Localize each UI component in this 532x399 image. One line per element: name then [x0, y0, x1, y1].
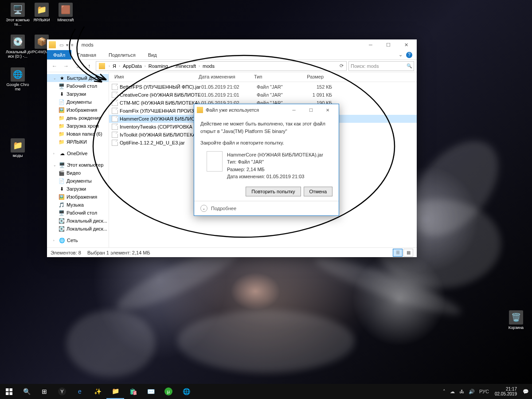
desktop-icon[interactable]: 🖥️Этот компьюте...	[5, 3, 30, 27]
tab-view[interactable]: Вид	[142, 50, 163, 59]
explorer-taskbar-icon[interactable]: 📁	[106, 384, 124, 399]
qat-newfolder-icon[interactable]: ▾	[66, 43, 68, 47]
refresh-icon[interactable]: ⟳	[340, 63, 344, 69]
folder-icon	[49, 41, 56, 48]
nav-item[interactable]: 🎬Видео	[47, 169, 109, 177]
nav-pane: ⌄★Быстрый доступ 🖥️Рабочий стол⬇Загрузки…	[47, 72, 109, 247]
nav-up-button[interactable]: ↑	[84, 61, 94, 71]
file-icon	[207, 151, 223, 172]
nav-item[interactable]: 🖥️Рабочий стол	[47, 209, 109, 217]
utorrent-icon[interactable]: µ	[160, 384, 177, 399]
close-button[interactable]: ✕	[397, 39, 415, 50]
tab-home[interactable]: Главная	[71, 50, 102, 59]
nav-forward-button: →	[61, 61, 71, 71]
desktop-icon[interactable]: 🗑️Корзина	[504, 310, 528, 330]
nav-item[interactable]: 💽Локальный диск...	[47, 217, 109, 225]
column-headers[interactable]: Имя Дата изменения Тип Размер	[109, 72, 417, 82]
qat-dropdown-icon[interactable]: ≡	[71, 43, 74, 47]
more-details-toggle[interactable]: Подробнее	[211, 206, 236, 211]
nav-recent-button[interactable]: ⌄	[73, 61, 82, 71]
tray-onedrive-icon[interactable]: ☁	[448, 389, 457, 395]
breadcrumb-icon	[99, 63, 105, 69]
nav-item[interactable]: 🖼️Изображения	[47, 106, 109, 114]
view-large-button[interactable]: ▦	[403, 249, 413, 257]
help-icon[interactable]: ?	[406, 52, 412, 58]
dialog-minimize-button[interactable]: ─	[286, 105, 302, 115]
svg-rect-1	[6, 388, 9, 391]
ribbon-expand-icon[interactable]: ⌄	[399, 52, 403, 58]
nav-item[interactable]: 🖼️Изображения	[47, 193, 109, 201]
maximize-button[interactable]: ☐	[379, 39, 397, 50]
search-button[interactable]: 🔍	[18, 384, 35, 399]
crumb-roaming[interactable]: Roaming	[148, 63, 169, 69]
svg-rect-3	[6, 392, 9, 395]
status-count: Элементов: 8	[51, 250, 81, 255]
tray-volume-icon[interactable]: 🔊	[466, 389, 477, 395]
search-icon: 🔍	[407, 63, 412, 68]
chrome-taskbar-icon[interactable]: 🌐	[177, 384, 195, 399]
desktop-icon[interactable]: 📁ЯРЛЫКИ	[29, 3, 54, 23]
dialog-icon	[197, 107, 203, 113]
tray-language[interactable]: РУС	[477, 389, 491, 394]
nav-item[interactable]: 🎵Музыка	[47, 201, 109, 209]
status-selected: Выбран 1 элемент: 2,14 МБ	[87, 250, 150, 255]
tray-notifications-icon[interactable]: 💬	[520, 389, 531, 395]
dialog-titlebar[interactable]: Файл уже используется ─ ☐ ✕	[194, 104, 339, 116]
minimize-button[interactable]: ─	[362, 39, 379, 50]
crumb-minecraft[interactable]: .minecraft	[174, 63, 197, 69]
nav-item[interactable]: 📁ЯРЛЫКИ	[47, 138, 109, 146]
yandex-icon[interactable]: Y	[53, 384, 71, 399]
retry-button[interactable]: Повторить попытку	[246, 187, 301, 196]
mail-icon[interactable]: ✉️	[142, 384, 160, 399]
nav-item[interactable]: 📁Загрузка хром	[47, 122, 109, 130]
crumb-appdata[interactable]: AppData	[122, 63, 143, 69]
crumb-mods[interactable]: mods	[202, 63, 215, 69]
nav-thispc[interactable]: ⌄🖥️Этот компьютер	[47, 161, 109, 169]
nav-onedrive[interactable]: ›☁OneDrive	[47, 149, 109, 157]
tab-share[interactable]: Поделиться	[102, 50, 142, 59]
tray-expand-icon[interactable]: ˄	[441, 389, 448, 395]
nav-quick-access[interactable]: ⌄★Быстрый доступ	[47, 74, 109, 82]
file-row[interactable]: BetterFPS (УЛУЧШЕННЫЙ ФПС).jar01.05.2019…	[109, 83, 417, 91]
nav-item[interactable]: 🖥️Рабочий стол	[47, 82, 109, 90]
tab-file[interactable]: Файл	[47, 50, 71, 59]
store-icon[interactable]: 🛍️	[124, 384, 142, 399]
desktop-icon[interactable]: 🟫Minecraft	[53, 3, 78, 23]
dialog-message: Действие не может быть выполнено, так ка…	[200, 120, 332, 135]
cancel-button[interactable]: Отмена	[304, 187, 332, 196]
desktop-icon[interactable]: 💽Локальный диск (D:) -...	[5, 35, 30, 59]
nav-item[interactable]: 📁Новая папка (6)	[47, 130, 109, 138]
dialog-title: Файл уже используется	[206, 107, 259, 113]
nav-network[interactable]: ›🌐Сеть	[47, 236, 109, 244]
view-details-button[interactable]: ☰	[393, 249, 403, 257]
breadcrumb[interactable]: › Я› AppData› Roaming› .minecraft› mods …	[96, 61, 347, 71]
qat-properties-icon[interactable]: ▭	[59, 43, 63, 47]
app-icon-1[interactable]: ✨	[89, 384, 106, 399]
crumb-user[interactable]: Я	[112, 63, 117, 69]
tray-clock[interactable]: 21:17 02.05.2019	[491, 387, 520, 396]
nav-item[interactable]: ⬇Загрузки	[47, 185, 109, 193]
desktop-icon[interactable]: 📁моды	[5, 138, 30, 158]
edge-icon[interactable]: e	[71, 384, 89, 399]
dialog-close-button[interactable]: ✕	[319, 105, 336, 115]
file-details: HammerCore (НУЖНАЯ БИБЛИОТЕКА).jar Тип: …	[227, 151, 323, 180]
file-row[interactable]: CreativeCore (НУЖНАЯ БИБЛИОТЕКА).jar01.0…	[109, 91, 417, 99]
desktop-icon[interactable]: 🌐Google Chrome	[5, 67, 30, 92]
nav-item[interactable]: ⬇Загрузки	[47, 90, 109, 98]
dialog-maximize-button: ☐	[302, 105, 319, 115]
svg-rect-2	[9, 388, 12, 391]
svg-rect-4	[9, 392, 12, 395]
nav-item[interactable]: 📄Документы	[47, 177, 109, 185]
file-in-use-dialog: Файл уже используется ─ ☐ ✕ Действие не …	[194, 104, 339, 216]
titlebar[interactable]: ▭ ▾ ≡ mods ─ ☐ ✕	[47, 39, 417, 50]
start-button[interactable]	[0, 384, 18, 399]
nav-item[interactable]: 💽Локальный диск...	[47, 225, 109, 233]
tray-network-icon[interactable]: 🖧	[457, 389, 466, 394]
nav-item[interactable]: 📄Документы	[47, 98, 109, 106]
nav-item[interactable]: 📁день рождения	[47, 114, 109, 122]
chevron-down-icon[interactable]: ⌄	[200, 205, 207, 212]
search-input[interactable]: Поиск: mods 🔍	[348, 61, 414, 71]
taskview-button[interactable]: ⊞	[35, 384, 53, 399]
statusbar: Элементов: 8 Выбран 1 элемент: 2,14 МБ ☰…	[47, 247, 417, 257]
nav-back-button[interactable]: ←	[50, 61, 59, 71]
